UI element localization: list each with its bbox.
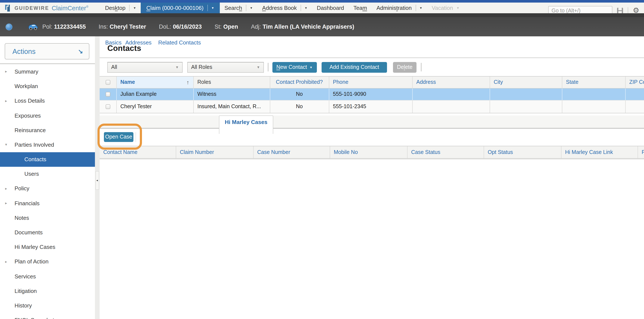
divider (421, 63, 422, 72)
chevron-right-icon[interactable]: ▸ (5, 70, 7, 74)
column-header-mobile-no[interactable]: Mobile No (330, 146, 407, 158)
divider (0, 63, 95, 64)
cell-state (562, 100, 626, 113)
sidebar-item-financials[interactable]: ▸ Financials (0, 196, 95, 210)
menu-administration[interactable]: Administration ▼ (372, 2, 427, 13)
column-header-hi-marley-case-link[interactable]: Hi Marley Case Link (561, 146, 638, 158)
open-case-button[interactable]: Open Case (104, 132, 134, 142)
cell-name[interactable]: Julian Example (116, 88, 194, 100)
sidebar-item-loss-details[interactable]: ▸ Loss Details (0, 94, 95, 108)
sidebar-item-fnol-snapshot[interactable]: ▸ FNOL Snapshot (0, 313, 95, 319)
top-accent-strip (0, 0, 644, 2)
status-field: St:Open (215, 24, 238, 30)
sidebar-item-litigation[interactable]: Litigation (0, 284, 95, 298)
sidebar-item-exposures[interactable]: Exposures (0, 108, 95, 123)
sidebar-splitter[interactable]: ◂ (95, 36, 100, 319)
cell-name[interactable]: Cheryl Tester (116, 100, 194, 113)
menu-dashboard[interactable]: Dashboard (312, 2, 349, 13)
gear-icon[interactable]: ⚙ (633, 7, 640, 14)
chevron-down-icon[interactable]: ▼ (133, 6, 136, 10)
column-header-phone-status[interactable]: P (638, 146, 644, 158)
toolbar: All ▼ All Roles ▼ New Contact ▼ Add Exis… (107, 62, 425, 72)
menu-address-book[interactable]: Address Book ▼ (258, 2, 312, 13)
column-header-claim-number[interactable]: Claim Number (176, 146, 253, 158)
column-header-contact-name[interactable]: Contact Name (100, 146, 176, 158)
chevron-down-icon: ▼ (256, 65, 260, 69)
guidewire-logo-icon (5, 4, 12, 11)
sidebar-item-notes[interactable]: Notes (0, 210, 95, 225)
cell-contact-prohibited: No (270, 88, 329, 100)
sidebar-item-reinsurance[interactable]: Reinsurance (0, 123, 95, 137)
chevron-down-icon[interactable]: ▼ (419, 6, 422, 10)
tab-hi-marley-cases[interactable]: Hi Marley Cases (219, 116, 273, 134)
cell-city (490, 100, 562, 113)
cell-address (412, 88, 490, 100)
top-navbar: GUIDEWIRE ClaimCenter® Desktop ▼ Claim (… (0, 2, 644, 13)
column-header-opt-status[interactable]: Opt Status (484, 146, 561, 158)
sidebar-item-parties-involved[interactable]: ▾ Parties Involved (0, 138, 95, 152)
row-checkbox[interactable] (106, 92, 110, 97)
column-header-state[interactable]: State (562, 76, 626, 88)
column-header-case-status[interactable]: Case Status (407, 146, 484, 158)
cell-roles: Insured, Main Contact, R... (194, 100, 270, 113)
sidebar-item-services[interactable]: Services (0, 269, 95, 284)
sidebar-collapse-handle[interactable]: ◂ (95, 171, 99, 190)
table-row[interactable]: Julian Example Witness No 555-101-9090 (100, 88, 644, 100)
sidebar-item-hi-marley-cases[interactable]: Hi Marley Cases (0, 240, 95, 254)
tab-related-contacts[interactable]: Related Contacts (158, 39, 201, 46)
registered-mark: ® (86, 5, 88, 8)
row-checkbox[interactable] (106, 104, 110, 109)
sidebar-item-users[interactable]: Users (0, 166, 95, 181)
chevron-down-icon[interactable]: ▼ (211, 6, 214, 10)
column-header-contact-prohibited[interactable]: Contact Prohibited? (270, 76, 329, 88)
category-filter-dropdown[interactable]: All ▼ (107, 62, 182, 72)
chevron-down-icon[interactable]: ▾ (5, 142, 7, 147)
sidebar-item-contacts[interactable]: Contacts (0, 152, 95, 166)
select-all-checkbox[interactable] (106, 80, 110, 85)
chevron-down-icon: ▼ (456, 6, 460, 10)
menu-team[interactable]: Team (349, 2, 372, 13)
chevron-right-icon[interactable]: ▸ (5, 201, 7, 205)
menu-desktop[interactable]: Desktop ▼ (100, 2, 141, 13)
menu-claim-tab[interactable]: Claim (000-00-000106) ▼ (141, 2, 220, 13)
sidebar-item-documents[interactable]: Documents (0, 225, 95, 240)
chevron-right-icon[interactable]: ▸ (5, 186, 7, 191)
table-row[interactable]: Cheryl Tester Insured, Main Contact, R..… (100, 100, 644, 113)
navbar-shadow-strip (0, 13, 644, 17)
column-header-city[interactable]: City (490, 76, 562, 88)
sidebar-item-workplan[interactable]: Workplan (0, 79, 95, 94)
divider (208, 5, 208, 11)
insured-field: Ins:Cheryl Tester (98, 24, 146, 30)
chevron-down-icon[interactable]: ▼ (250, 6, 253, 10)
chevron-down-icon[interactable]: ▼ (304, 6, 308, 10)
add-existing-contact-button[interactable]: Add Existing Contact (322, 62, 387, 72)
chevron-right-icon[interactable]: ▸ (5, 99, 7, 103)
chevron-right-icon[interactable]: ▸ (5, 260, 7, 264)
sidebar-item-policy[interactable]: ▸ Policy (0, 181, 95, 196)
delete-button[interactable]: Delete (393, 62, 416, 72)
tab-basics[interactable]: Basics (105, 39, 122, 46)
chevron-right-icon[interactable]: ▸ (5, 318, 7, 319)
cell-city (490, 88, 562, 100)
column-header-name[interactable]: Name ↑ (116, 76, 194, 88)
new-contact-button[interactable]: New Contact ▼ (272, 62, 317, 72)
column-header-phone[interactable]: Phone (329, 76, 412, 88)
column-header-address[interactable]: Address (412, 76, 490, 88)
save-icon[interactable] (617, 8, 623, 14)
cell-phone: 555-101-2345 (329, 100, 412, 113)
brand-logo: GUIDEWIRE ClaimCenter® (0, 2, 88, 13)
column-header-case-number[interactable]: Case Number (253, 146, 330, 158)
column-header-zip-code[interactable]: ZIP Co (626, 76, 644, 88)
adjuster-field: Adj:Tim Allen (LA Vehicle Appraisers) (251, 24, 354, 30)
sidebar-item-plan-of-action[interactable]: ▸ Plan of Action (0, 254, 95, 269)
actions-button[interactable]: Actions ↘ (5, 43, 89, 60)
cell-contact-prohibited: No (270, 100, 329, 113)
claimcenter-app: GUIDEWIRE ClaimCenter® Desktop ▼ Claim (… (0, 0, 644, 319)
sidebar-item-summary[interactable]: ▸ Summary (0, 64, 95, 79)
menu-search[interactable]: Search ▼ (220, 2, 258, 13)
tab-addresses[interactable]: Addresses (125, 39, 152, 46)
roles-filter-dropdown[interactable]: All Roles ▼ (187, 62, 264, 72)
divider (135, 132, 136, 142)
top-menu: Desktop ▼ Claim (000-00-000106) ▼ Search… (100, 2, 464, 13)
sidebar-item-history[interactable]: History (0, 298, 95, 313)
